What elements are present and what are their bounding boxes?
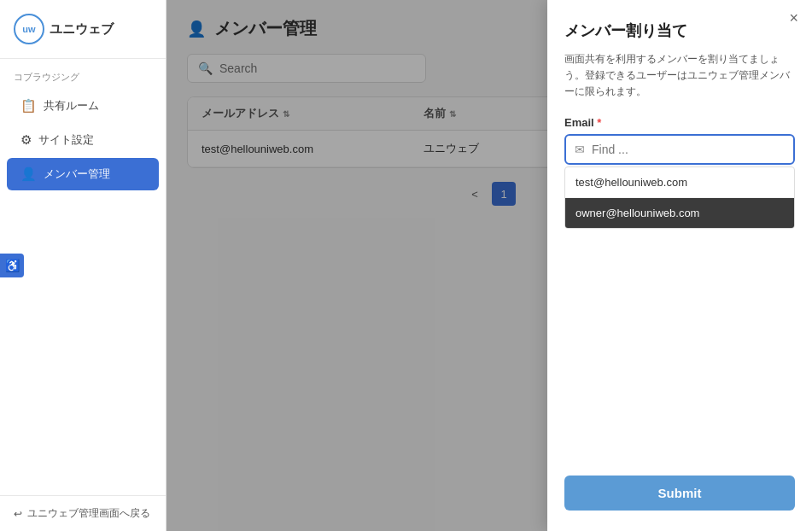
sidebar-footer-link[interactable]: ↩ ユニウェブ管理画面へ戻る (0, 495, 166, 531)
accessibility-button[interactable]: ♿ (0, 254, 24, 277)
site-settings-icon: ⚙ (20, 132, 32, 148)
modal-panel: × メンバー割り当て 画面共有を利用するメンバーを割り当てましょう。登録できるユ… (547, 0, 812, 531)
email-field-label: Email * (564, 116, 795, 129)
sidebar-logo: uw ユニウェブ (0, 0, 166, 59)
sidebar-item-label: サイト設定 (38, 132, 94, 148)
accessibility-icon: ♿ (5, 259, 20, 272)
sidebar-item-shared-room[interactable]: 📋 共有ルーム (7, 90, 159, 122)
required-marker: * (597, 116, 601, 129)
modal-footer: Submit (564, 476, 795, 511)
sidebar-item-member-management[interactable]: 👤 メンバー管理 (7, 158, 159, 190)
sidebar-item-label: 共有ルーム (44, 98, 99, 114)
main-content: 👤 メンバー管理 🔍 メールアドレス ⇅ 名前 ⇅ test@hellouniw… (166, 0, 812, 531)
email-icon: ✉ (575, 143, 585, 156)
member-management-icon: 👤 (20, 166, 37, 182)
suggestions-dropdown: test@hellouniweb.com owner@hellouniweb.c… (564, 166, 795, 229)
sidebar-footer-label: ユニウェブ管理画面へ戻る (27, 506, 150, 521)
sidebar-item-site-settings[interactable]: ⚙ サイト設定 (7, 124, 159, 156)
logo-icon: uw (14, 14, 44, 44)
shared-room-icon: 📋 (20, 98, 37, 114)
modal-close-button[interactable]: × (789, 10, 798, 26)
email-find-input[interactable] (592, 143, 785, 156)
email-input-wrapper: ✉ (564, 134, 795, 165)
sidebar-section-label: コブラウジング (0, 59, 166, 89)
back-arrow-icon: ↩ (14, 508, 22, 520)
suggestion-item-1[interactable]: test@hellouniweb.com (565, 167, 794, 198)
logo-text: ユニウェブ (50, 21, 114, 38)
sidebar: uw ユニウェブ コブラウジング 📋 共有ルーム ⚙ サイト設定 👤 メンバー管… (0, 0, 166, 531)
logo-letters: uw (22, 24, 35, 34)
sidebar-item-label: メンバー管理 (44, 166, 110, 182)
suggestion-item-2[interactable]: owner@hellouniweb.com (565, 198, 794, 228)
modal-description: 画面共有を利用するメンバーを割り当てましょう。登録できるユーザーはユニウェブ管理… (564, 51, 795, 101)
submit-button[interactable]: Submit (564, 476, 795, 511)
modal-title: メンバー割り当て (564, 20, 795, 41)
